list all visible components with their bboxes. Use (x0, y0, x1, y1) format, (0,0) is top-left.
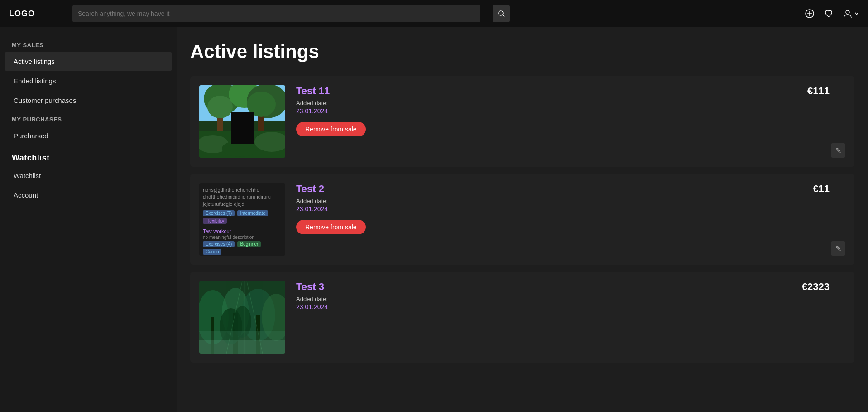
svg-point-13 (207, 96, 233, 118)
remove-from-sale-button[interactable]: Remove from sale (296, 220, 366, 234)
listing-info: Test 2 Added date: 23.01.2024 Remove fro… (296, 183, 845, 234)
tag: Exercises (7) (203, 210, 235, 216)
sidebar: MY SALES Active listings Ended listings … (0, 27, 177, 412)
edit-button[interactable]: ✎ (831, 241, 845, 256)
svg-point-5 (846, 10, 849, 14)
listing-added-label: Added date: (296, 296, 845, 302)
logo: LOGO (9, 9, 63, 19)
svg-line-1 (503, 15, 504, 17)
sidebar-item-purchased[interactable]: Purcharsed (5, 126, 172, 145)
tag: Intermediate (237, 210, 268, 216)
search-button[interactable] (493, 5, 510, 22)
sidebar-item-account[interactable]: Account (5, 186, 172, 204)
listing-card: Test 3 Added date: 23.01.2024 €2323 (190, 272, 854, 363)
listing-added-label: Added date: (296, 198, 845, 204)
wishlist-icon[interactable] (824, 9, 834, 19)
search-input[interactable] (78, 10, 475, 17)
listing-date: 23.01.2024 (296, 303, 845, 310)
listing-price: €11 (813, 183, 830, 195)
search-bar (72, 5, 480, 22)
add-icon[interactable] (805, 9, 815, 19)
sub-item-title: Test workout (203, 228, 282, 234)
watchlist-title: Watchlist (5, 146, 172, 166)
listing-info: Test 3 Added date: 23.01.2024 (296, 281, 845, 318)
my-sales-title: MY SALES (5, 36, 172, 52)
sub-tags: Exercises (4) Beginner Cardio (203, 241, 282, 256)
topnav-right (805, 9, 859, 19)
listing-info: Test 11 Added date: 23.01.2024 Remove fr… (296, 85, 845, 136)
edit-button[interactable]: ✎ (831, 143, 845, 158)
listing-title: Test 3 (296, 281, 845, 293)
sub-item-desc: no meaningful description (203, 235, 282, 240)
listing-card: Test 11 Added date: 23.01.2024 Remove fr… (190, 76, 854, 167)
sidebar-item-watchlist[interactable]: Watchlist (5, 166, 172, 185)
user-icon[interactable] (843, 9, 859, 19)
page-title: Active listings (190, 41, 854, 63)
preview-text: nonspjgdhrthehehehehhe dhdfthehcdjgjdjjd… (203, 187, 282, 208)
main-content: Active listings (177, 27, 868, 412)
listing-added-label: Added date: (296, 100, 845, 107)
listing-price: €111 (807, 85, 830, 97)
remove-from-sale-button[interactable]: Remove from sale (296, 122, 366, 136)
listing-title: Test 2 (296, 183, 845, 195)
tag: Beginner (237, 241, 261, 247)
edit-icon: ✎ (835, 146, 841, 155)
listing-thumbnail (199, 281, 285, 354)
tag: Cardio (203, 249, 221, 255)
sidebar-item-ended-listings[interactable]: Ended listings (5, 72, 172, 90)
listing-date: 23.01.2024 (296, 205, 845, 213)
svg-rect-19 (231, 112, 254, 144)
listing-preview: nonspjgdhrthehehehehhe dhdfthehcdjgjdjjd… (199, 183, 285, 256)
tag: Exercises (4) (203, 241, 235, 247)
chevron-down-icon (854, 11, 859, 16)
preview-tags: Exercises (7) Intermediate Flexibility (203, 210, 282, 226)
sidebar-item-customer-purchases[interactable]: Customer purchases (5, 91, 172, 110)
listing-thumbnail (199, 85, 285, 158)
tag: Flexibility (203, 218, 227, 224)
listing-price: €2323 (802, 281, 830, 293)
layout: MY SALES Active listings Ended listings … (0, 27, 868, 412)
my-purchases-title: MY PURCHASES (5, 111, 172, 126)
topnav: LOGO (0, 0, 868, 27)
edit-icon: ✎ (835, 244, 841, 253)
listing-title: Test 11 (296, 85, 845, 97)
listing-card: nonspjgdhrthehehehehhe dhdfthehcdjgjdjjd… (190, 174, 854, 265)
svg-rect-32 (199, 340, 285, 354)
search-icon (498, 10, 505, 17)
listing-date: 23.01.2024 (296, 107, 845, 115)
sidebar-item-active-listings[interactable]: Active listings (5, 52, 172, 71)
svg-point-0 (499, 11, 503, 15)
